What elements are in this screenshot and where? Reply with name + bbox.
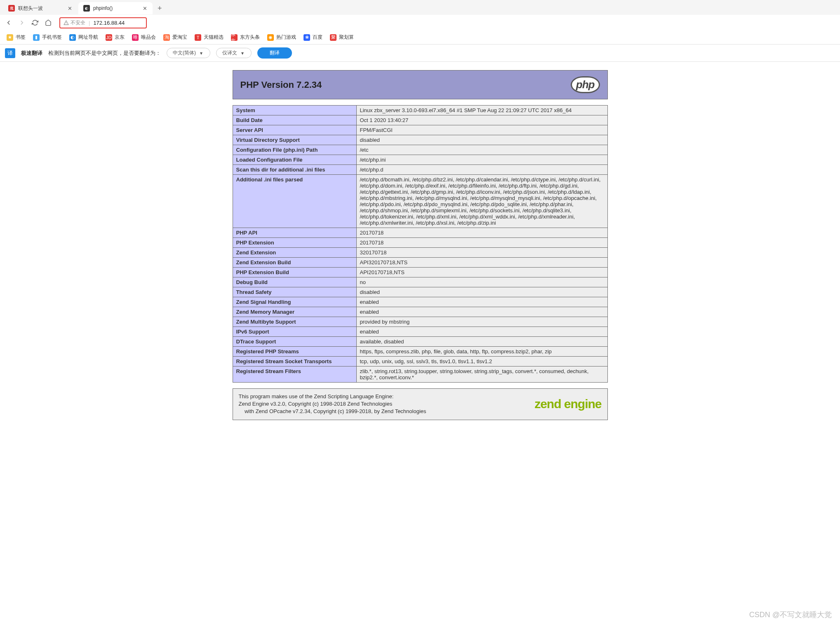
info-key: Configuration File (php.ini) Path [233, 145, 356, 155]
info-key: PHP Extension Build [233, 268, 356, 277]
info-value: provided by mbstring [356, 317, 607, 327]
zend-logo: zend engine [534, 397, 601, 411]
tab-favicon: 魔 [8, 5, 15, 12]
bookmark-label: 聚划算 [339, 34, 354, 41]
info-value: 20170718 [356, 228, 607, 238]
info-value: disabled [356, 287, 607, 297]
info-value: 20170718 [356, 238, 607, 248]
bookmark-icon: T [195, 34, 201, 41]
table-row: Scan this dir for additional .ini files/… [233, 165, 607, 175]
info-key: Zend Extension [233, 248, 356, 258]
new-tab-button[interactable]: + [153, 2, 166, 14]
table-row: Zend Extension BuildAPI320170718,NTS [233, 258, 607, 268]
table-row: Build DateOct 1 2020 13:40:27 [233, 115, 607, 125]
insecure-label: 不安全 [71, 19, 85, 26]
address-separator: | [89, 20, 90, 26]
info-value: available, disabled [356, 337, 607, 347]
info-value: 320170718 [356, 248, 607, 258]
table-row: PHP Extension20170718 [233, 238, 607, 248]
reload-button[interactable] [31, 19, 39, 26]
info-value: FPM/FastCGI [356, 125, 607, 135]
bookmark-label: 热门游戏 [276, 34, 296, 41]
bookmark-item[interactable]: 东方东方头条 [231, 34, 260, 41]
info-key: Zend Multibyte Support [233, 317, 356, 327]
tab-bar: 魔 联想头一波 ✕ ◐ phpinfo() ✕+ [0, 0, 840, 15]
info-key: Thread Safety [233, 287, 356, 297]
info-key: Registered PHP Streams [233, 347, 356, 357]
bookmark-item[interactable]: T天猫精选 [195, 34, 224, 41]
translate-button[interactable]: 翻译 [257, 47, 292, 59]
table-row: Zend Multibyte Supportprovided by mbstri… [233, 317, 607, 327]
table-row: Debug Buildno [233, 277, 607, 287]
table-row: IPv6 Supportenabled [233, 327, 607, 337]
table-row: DTrace Supportavailable, disabled [233, 337, 607, 347]
bookmark-item[interactable]: 唯唯品会 [132, 34, 156, 41]
address-bar[interactable]: 不安全 | [59, 17, 147, 28]
bookmark-icon: ◐ [69, 34, 76, 41]
table-row: Registered PHP Streamshttps, ftps, compr… [233, 347, 607, 357]
bookmark-icon: ▮ [33, 34, 40, 41]
back-button[interactable] [5, 19, 12, 26]
bookmark-icon: ❀ [304, 34, 310, 41]
info-key: PHP API [233, 228, 356, 238]
info-key: Loaded Configuration File [233, 155, 356, 165]
info-key: DTrace Support [233, 337, 356, 347]
close-icon[interactable]: ✕ [142, 5, 148, 11]
bookmark-label: 京东 [115, 34, 125, 41]
info-key: Zend Extension Build [233, 258, 356, 268]
home-button[interactable] [45, 19, 52, 26]
phpinfo-content: PHP Version 7.2.34 php SystemLinux zbx_s… [228, 70, 613, 420]
table-row: Zend Signal Handlingenabled [233, 297, 607, 307]
bookmark-icon: ◉ [267, 34, 274, 41]
bookmark-icon: 聚 [330, 34, 336, 41]
translate-prompt: 检测到当前网页不是中文网页，是否要翻译为： [48, 49, 161, 57]
bookmarks-bar: ★书签▮手机书签◐网址导航JD京东唯唯品会淘爱淘宝T天猫精选东方东方头条◉热门游… [0, 31, 840, 45]
bookmark-icon: 东方 [231, 34, 238, 41]
info-value: /etc/php.d/bcmath.ini, /etc/php.d/bz2.in… [356, 175, 607, 228]
tab-title: phpinfo() [93, 5, 139, 11]
info-key: PHP Extension [233, 238, 356, 248]
info-value: zlib.*, string.rot13, string.toupper, st… [356, 367, 607, 383]
bookmark-icon: JD [106, 34, 112, 41]
info-key: Registered Stream Socket Transports [233, 357, 356, 367]
translate-icon: 译 [5, 48, 15, 58]
info-key: Scan this dir for additional .ini files [233, 165, 356, 175]
table-row: Zend Memory Managerenabled [233, 307, 607, 317]
bookmark-item[interactable]: ◐网址导航 [69, 34, 98, 41]
table-row: Zend Extension320170718 [233, 248, 607, 258]
bookmark-item[interactable]: 聚聚划算 [330, 34, 354, 41]
zend-text: This program makes use of the Zend Scrip… [239, 393, 426, 416]
info-value: /etc/php.ini [356, 155, 607, 165]
table-row: Additional .ini files parsed/etc/php.d/b… [233, 175, 607, 228]
nav-bar: 不安全 | [0, 15, 840, 31]
info-key: Registered Stream Filters [233, 367, 356, 383]
browser-tab[interactable]: 魔 联想头一波 ✕ [3, 2, 78, 14]
close-icon[interactable]: ✕ [67, 5, 73, 11]
tab-favicon: ◐ [83, 5, 90, 12]
bookmark-item[interactable]: ★书签 [7, 34, 26, 41]
bookmark-label: 手机书签 [42, 34, 62, 41]
translate-language-select[interactable]: 中文(简体) ▾ [167, 48, 210, 58]
php-version-title: PHP Version 7.2.34 [240, 80, 322, 90]
table-row: PHP API20170718 [233, 228, 607, 238]
bookmark-icon: 唯 [132, 34, 139, 41]
table-row: Configuration File (php.ini) Path/etc [233, 145, 607, 155]
bookmark-item[interactable]: 淘爱淘宝 [163, 34, 187, 41]
bookmark-item[interactable]: JD京东 [106, 34, 125, 41]
translate-mode-select[interactable]: 仅译文 ▾ [216, 48, 252, 58]
bookmark-item[interactable]: ❀百度 [304, 34, 322, 41]
forward-button[interactable] [18, 19, 26, 26]
php-header: PHP Version 7.2.34 php [233, 70, 608, 99]
info-value: disabled [356, 135, 607, 145]
bookmark-item[interactable]: ▮手机书签 [33, 34, 62, 41]
bookmark-label: 唯品会 [141, 34, 156, 41]
bookmark-item[interactable]: ◉热门游戏 [267, 34, 296, 41]
info-key: Virtual Directory Support [233, 135, 356, 145]
table-row: Thread Safetydisabled [233, 287, 607, 297]
browser-tab[interactable]: ◐ phpinfo() ✕ [78, 2, 153, 14]
phpinfo-table: SystemLinux zbx_server 3.10.0-693.el7.x8… [233, 105, 608, 383]
address-input[interactable] [93, 20, 143, 26]
bookmark-label: 东方头条 [240, 34, 260, 41]
info-value: https, ftps, compress.zlib, php, file, g… [356, 347, 607, 357]
bookmark-icon: 淘 [163, 34, 170, 41]
